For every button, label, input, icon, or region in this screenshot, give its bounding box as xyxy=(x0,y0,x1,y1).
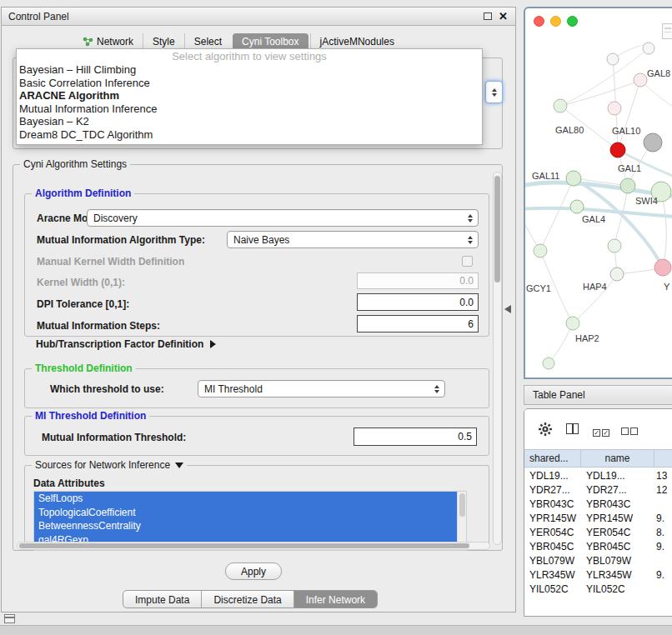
apply-button[interactable]: Apply xyxy=(225,562,282,580)
tab-discretize-data[interactable]: Discretize Data xyxy=(201,591,293,608)
cell[interactable] xyxy=(654,498,672,512)
algorithm-combobox-arrows[interactable] xyxy=(485,81,503,103)
table-row[interactable]: YBL079W YBL079W xyxy=(524,554,672,568)
attr-list-scrollbar-thumb[interactable] xyxy=(459,493,465,517)
popup-item-bayesian-hill[interactable]: Bayesian – Hill Climbing xyxy=(17,63,482,77)
table-row[interactable]: YDR27... YDR27... 12 xyxy=(524,483,672,498)
cell[interactable]: YBR045C xyxy=(524,540,581,554)
cell[interactable]: YBR043C xyxy=(581,498,654,512)
attr-item-betweennesscentrality[interactable]: BetweennessCentrality xyxy=(34,519,457,533)
node[interactable] xyxy=(543,358,554,369)
node[interactable] xyxy=(554,99,567,112)
column-header-cut[interactable] xyxy=(654,450,672,467)
table-row[interactable]: YDL19... YDL19... 13 xyxy=(524,469,672,483)
settings-vertical-scrollbar-thumb[interactable] xyxy=(494,176,500,282)
node-hap2[interactable] xyxy=(566,317,579,330)
cell[interactable]: 9. xyxy=(654,540,672,554)
float-window-icon[interactable] xyxy=(484,12,492,20)
cell[interactable]: YBR045C xyxy=(581,540,654,554)
table-row[interactable]: YBR045C YBR045C 9. xyxy=(524,540,672,554)
table-row[interactable]: YIL052C YIL052C xyxy=(524,582,672,597)
cell[interactable]: YDL19... xyxy=(524,469,581,483)
mi-type-value: Naive Bayes xyxy=(233,234,289,246)
mi-type-combobox[interactable]: Naive Bayes xyxy=(227,231,479,248)
hub-definition-toggle[interactable]: Hub/Transcription Factor Definition xyxy=(36,338,216,350)
cell[interactable]: YDR27... xyxy=(581,483,654,498)
node-gal10-gray[interactable] xyxy=(644,133,662,152)
aracne-mode-combobox[interactable]: Discovery xyxy=(87,209,479,227)
node[interactable] xyxy=(607,53,619,65)
select-all-checkboxes-icon[interactable]: ✓✓ xyxy=(593,426,611,438)
node-pink[interactable] xyxy=(654,259,671,276)
cell[interactable]: 13 xyxy=(654,469,672,483)
close-icon[interactable]: ✕ xyxy=(499,10,508,22)
settings-horizontal-scrollbar-thumb[interactable] xyxy=(19,543,469,548)
popup-item-dream8[interactable]: Dream8 DC_TDC Algorithm xyxy=(17,128,482,142)
popup-item-aracne[interactable]: ARACNE Algorithm xyxy=(17,89,482,102)
cell[interactable]: YPR145W xyxy=(524,512,581,526)
tab-select[interactable]: Select xyxy=(184,33,231,50)
cell[interactable]: YPR145W xyxy=(581,512,654,526)
node-gal1-green[interactable] xyxy=(620,178,635,193)
node[interactable] xyxy=(534,244,547,258)
cell[interactable]: 9. xyxy=(654,568,672,582)
columns-icon[interactable] xyxy=(566,423,579,434)
cell[interactable]: 12 xyxy=(654,483,672,498)
node[interactable] xyxy=(610,268,624,281)
node-red[interactable] xyxy=(610,142,625,158)
tab-network[interactable]: Network xyxy=(73,33,143,50)
cell[interactable]: YIL052C xyxy=(581,582,654,597)
popup-item-bayesian-k2[interactable]: Bayesian – K2 xyxy=(17,115,482,128)
cell[interactable]: YDR27... xyxy=(524,483,581,498)
minimized-panel-icon[interactable] xyxy=(4,614,15,623)
cell[interactable]: YLR345W xyxy=(581,568,654,582)
cell[interactable]: YBL079W xyxy=(581,554,654,568)
column-header-name[interactable]: name xyxy=(581,450,654,467)
tab-cyni-toolbox[interactable]: Cyni Toolbox xyxy=(233,33,308,50)
threshold-definition-group: Threshold Definition Which threshold to … xyxy=(24,368,489,408)
popup-item-mutual-information[interactable]: Mutual Information Inference xyxy=(17,102,482,116)
node[interactable] xyxy=(608,239,621,252)
table-row[interactable]: YBR043C YBR043C xyxy=(524,498,672,512)
algorithm-definition-title: Algorithm Definition xyxy=(32,188,134,199)
collapse-down-icon[interactable] xyxy=(175,462,183,468)
settings-vertical-scrollbar[interactable] xyxy=(493,172,502,545)
node-gal11[interactable] xyxy=(566,171,581,186)
node[interactable] xyxy=(634,73,647,87)
cell[interactable]: 9. xyxy=(654,512,672,526)
splitpane-collapse-icon[interactable] xyxy=(504,305,511,313)
cell[interactable] xyxy=(654,582,672,597)
popup-item-basic-correlation[interactable]: Basic Correlation Inference xyxy=(17,77,482,90)
node[interactable] xyxy=(608,102,621,115)
table-row[interactable]: YPR145W YPR145W 9. xyxy=(524,512,672,526)
table-panel-titlebar[interactable]: Table Panel xyxy=(524,385,672,405)
cell[interactable]: YER054C xyxy=(581,526,654,540)
settings-horizontal-scrollbar[interactable] xyxy=(17,542,490,550)
attr-item-topologicalcoefficient[interactable]: TopologicalCoefficient xyxy=(34,506,457,520)
cell[interactable]: YBL079W xyxy=(524,554,581,568)
table-row[interactable]: YLR345W YLR345W 9. xyxy=(524,568,672,582)
node[interactable] xyxy=(643,42,654,54)
attr-item-selfloops[interactable]: SelfLoops xyxy=(34,492,457,506)
tab-infer-network[interactable]: Infer Network xyxy=(293,591,377,608)
which-threshold-combobox[interactable]: MI Threshold xyxy=(198,380,445,398)
cell[interactable]: YBR043C xyxy=(524,498,581,512)
column-header-shared[interactable]: shared... xyxy=(524,450,581,467)
gear-icon[interactable] xyxy=(538,422,553,437)
cell[interactable]: YLR345W xyxy=(524,568,581,582)
dpi-tolerance-input[interactable] xyxy=(357,293,479,311)
tab-style[interactable]: Style xyxy=(143,33,184,50)
deselect-all-checkboxes-icon[interactable] xyxy=(621,426,639,438)
tab-impute-data[interactable]: Impute Data xyxy=(123,591,201,608)
table-row[interactable]: YER054C YER054C 8. xyxy=(524,526,672,540)
control-panel-titlebar[interactable]: Control Panel ✕ xyxy=(2,8,515,26)
node-gal4[interactable] xyxy=(570,200,584,213)
cell[interactable]: YIL052C xyxy=(524,582,581,597)
cell[interactable]: YER054C xyxy=(524,526,581,540)
mi-threshold-input[interactable] xyxy=(354,428,477,446)
cell[interactable]: 8. xyxy=(654,526,672,540)
cell[interactable]: YDL19... xyxy=(581,469,654,483)
mi-steps-input[interactable] xyxy=(357,315,479,332)
tab-jactivemnodules[interactable]: jActiveMNodules xyxy=(310,33,404,50)
cell[interactable] xyxy=(654,554,672,568)
